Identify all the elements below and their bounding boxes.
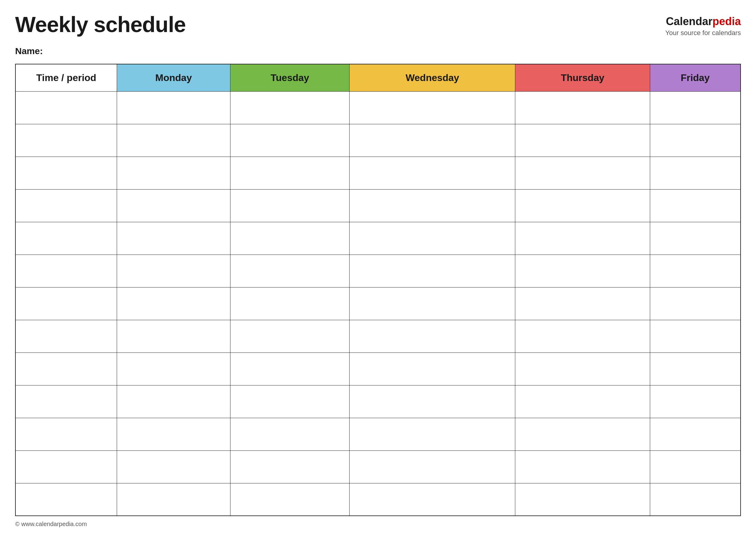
table-cell <box>16 418 117 450</box>
name-row: Name: <box>15 46 741 56</box>
table-cell <box>117 157 230 189</box>
table-cell <box>230 450 350 483</box>
table-row <box>16 189 740 222</box>
table-row <box>16 222 740 254</box>
table-row <box>16 91 740 124</box>
table-cell <box>650 91 740 124</box>
table-cell <box>515 385 650 418</box>
table-cell <box>515 418 650 450</box>
table-row <box>16 385 740 418</box>
table-cell <box>650 320 740 353</box>
table-cell <box>16 320 117 353</box>
table-cell <box>230 353 350 385</box>
table-cell <box>515 222 650 254</box>
table-cell <box>117 450 230 483</box>
table-cell <box>230 157 350 189</box>
header-row: Time / period Monday Tuesday Wednesday T… <box>16 64 740 91</box>
col-monday-header: Monday <box>117 64 230 91</box>
table-cell <box>515 450 650 483</box>
table-cell <box>350 222 515 254</box>
table-cell <box>16 91 117 124</box>
table-cell <box>515 483 650 516</box>
col-thursday-header: Thursday <box>515 64 650 91</box>
table-cell <box>16 254 117 287</box>
table-cell <box>650 418 740 450</box>
name-label: Name: <box>15 46 43 56</box>
table-cell <box>650 483 740 516</box>
table-cell <box>515 157 650 189</box>
table-cell <box>16 385 117 418</box>
table-cell <box>16 353 117 385</box>
table-cell <box>230 91 350 124</box>
table-cell <box>515 287 650 320</box>
table-cell <box>650 450 740 483</box>
table-cell <box>117 385 230 418</box>
table-row <box>16 320 740 353</box>
table-row <box>16 483 740 516</box>
table-cell <box>650 157 740 189</box>
table-cell <box>350 254 515 287</box>
table-cell <box>650 124 740 157</box>
table-cell <box>230 320 350 353</box>
col-time-header: Time / period <box>16 64 117 91</box>
table-cell <box>350 418 515 450</box>
table-cell <box>16 450 117 483</box>
table-row <box>16 450 740 483</box>
logo-pedia: pedia <box>712 15 741 27</box>
col-friday-header: Friday <box>650 64 740 91</box>
logo-calendar: Calendar <box>666 15 712 27</box>
table-cell <box>117 418 230 450</box>
table-cell <box>350 353 515 385</box>
schedule-table: Time / period Monday Tuesday Wednesday T… <box>15 64 741 516</box>
table-cell <box>515 320 650 353</box>
table-cell <box>230 222 350 254</box>
table-cell <box>230 483 350 516</box>
table-row <box>16 287 740 320</box>
table-cell <box>117 320 230 353</box>
logo-text: Calendarpedia <box>665 15 741 28</box>
table-cell <box>117 189 230 222</box>
table-cell <box>350 189 515 222</box>
table-cell <box>350 124 515 157</box>
table-cell <box>650 287 740 320</box>
table-cell <box>16 222 117 254</box>
table-cell <box>350 91 515 124</box>
table-cell <box>230 287 350 320</box>
table-cell <box>350 320 515 353</box>
table-cell <box>117 222 230 254</box>
col-tuesday-header: Tuesday <box>230 64 350 91</box>
table-cell <box>117 353 230 385</box>
table-cell <box>650 254 740 287</box>
table-cell <box>650 353 740 385</box>
table-cell <box>230 189 350 222</box>
table-cell <box>350 483 515 516</box>
table-cell <box>650 222 740 254</box>
table-cell <box>230 418 350 450</box>
table-cell <box>117 91 230 124</box>
table-row <box>16 418 740 450</box>
table-cell <box>16 157 117 189</box>
table-cell <box>16 124 117 157</box>
table-cell <box>650 189 740 222</box>
table-cell <box>515 254 650 287</box>
table-cell <box>16 483 117 516</box>
logo-tagline: Your source for calendars <box>665 29 741 37</box>
table-cell <box>16 287 117 320</box>
table-cell <box>230 124 350 157</box>
logo: Calendarpedia Your source for calendars <box>665 15 741 37</box>
footer: © www.calendarpedia.com <box>15 521 741 528</box>
table-cell <box>515 189 650 222</box>
table-row <box>16 124 740 157</box>
table-cell <box>515 91 650 124</box>
table-row <box>16 254 740 287</box>
table-cell <box>117 483 230 516</box>
page-title: Weekly schedule <box>15 12 186 37</box>
table-cell <box>350 287 515 320</box>
table-row <box>16 353 740 385</box>
table-cell <box>350 385 515 418</box>
table-cell <box>350 157 515 189</box>
table-row <box>16 157 740 189</box>
table-cell <box>350 450 515 483</box>
table-cell <box>650 385 740 418</box>
table-cell <box>117 287 230 320</box>
